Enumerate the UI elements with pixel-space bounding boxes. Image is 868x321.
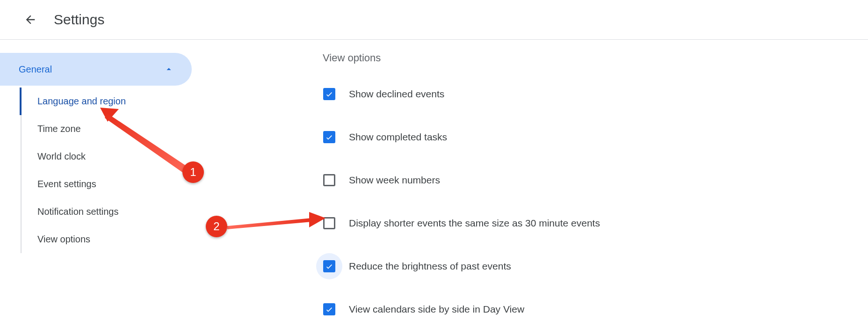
checkbox-wrap xyxy=(316,81,342,107)
checkbox-wrap xyxy=(316,296,342,321)
option-side-by-side: View calendars side by side in Day View xyxy=(323,296,868,321)
sidebar-item-time-zone[interactable]: Time zone xyxy=(21,115,192,143)
sidebar-item-label: View options xyxy=(37,234,90,244)
checkbox-label: Show week numbers xyxy=(349,175,440,186)
nav-items: Language and region Time zone World cloc… xyxy=(21,88,192,253)
chevron-up-icon xyxy=(164,64,174,74)
option-show-week-numbers: Show week numbers xyxy=(323,167,868,193)
sidebar-item-language-and-region[interactable]: Language and region xyxy=(20,88,192,115)
nav-section-label: General xyxy=(19,64,52,75)
checkbox-wrap xyxy=(316,253,342,279)
sidebar-item-world-clock[interactable]: World clock xyxy=(21,143,192,170)
checkbox[interactable] xyxy=(323,131,335,143)
checkbox[interactable] xyxy=(323,260,335,272)
check-icon xyxy=(325,133,333,141)
option-show-declined-events: Show declined events xyxy=(323,81,868,107)
check-icon xyxy=(325,305,333,314)
arrow-left-icon xyxy=(24,13,37,26)
checkbox[interactable] xyxy=(323,88,335,100)
checkbox-label: Show completed tasks xyxy=(349,131,447,143)
checkbox[interactable] xyxy=(323,303,335,315)
sidebar-item-view-options[interactable]: View options xyxy=(21,226,192,253)
checkbox-label: Reduce the brightness of past events xyxy=(349,261,511,272)
settings-header: Settings xyxy=(0,0,868,40)
checkbox-label: View calendars side by side in Day View xyxy=(349,304,524,315)
sidebar-item-label: World clock xyxy=(37,151,86,161)
main-panel: View options Show declined events Show c… xyxy=(192,40,868,321)
checkbox-label: Show declined events xyxy=(349,88,444,100)
option-display-shorter-events: Display shorter events the same size as … xyxy=(323,210,868,236)
checkbox[interactable] xyxy=(323,174,335,186)
page-title: Settings xyxy=(54,12,104,28)
sidebar-item-label: Notification settings xyxy=(37,206,118,217)
checkbox-wrap xyxy=(316,124,342,150)
sidebar: General Language and region Time zone Wo… xyxy=(0,40,192,321)
section-title: View options xyxy=(323,52,868,64)
sidebar-item-label: Event settings xyxy=(37,179,96,189)
sidebar-item-event-settings[interactable]: Event settings xyxy=(21,170,192,198)
checkbox[interactable] xyxy=(323,217,335,229)
checkbox-label: Display shorter events the same size as … xyxy=(349,218,600,229)
option-reduce-brightness: Reduce the brightness of past events xyxy=(323,253,868,279)
checkbox-wrap xyxy=(316,167,342,193)
check-icon xyxy=(325,262,333,270)
sidebar-item-label: Language and region xyxy=(37,96,126,106)
sidebar-item-notification-settings[interactable]: Notification settings xyxy=(21,198,192,226)
nav-section-general[interactable]: General xyxy=(0,53,192,86)
checkbox-wrap xyxy=(316,210,342,236)
content-area: General Language and region Time zone Wo… xyxy=(0,40,868,321)
back-button[interactable] xyxy=(21,10,40,29)
option-show-completed-tasks: Show completed tasks xyxy=(323,124,868,150)
sidebar-item-label: Time zone xyxy=(37,124,81,134)
check-icon xyxy=(325,90,333,98)
